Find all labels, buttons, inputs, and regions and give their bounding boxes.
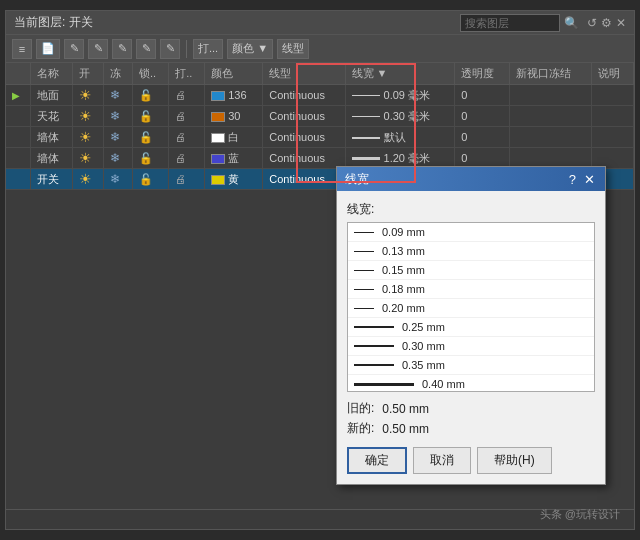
row-desc [591,85,633,106]
row-desc [591,106,633,127]
col-linewidth[interactable]: 线宽 ▼ [345,63,455,85]
row-name: 地面 [31,85,73,106]
refresh-icon[interactable]: ↺ [587,16,597,30]
row-name: 墙体 [31,127,73,148]
close-icon[interactable]: ✕ [616,16,626,30]
linewidth-item[interactable]: 0.15 mm [348,261,594,280]
row-color[interactable]: 黄 [205,169,263,190]
table-row[interactable]: 墙体 ☀ ❄ 🔓 🖨 白 Continuous 默认 0 [6,127,634,148]
search-input[interactable] [460,14,560,32]
row-on[interactable]: ☀ [73,106,104,127]
row-freeze[interactable]: ❄ [104,148,133,169]
table-row[interactable]: ▶ 地面 ☀ ❄ 🔓 🖨 136 Continuous 0.09 毫米 0 [6,85,634,106]
row-color[interactable]: 136 [205,85,263,106]
help-button[interactable]: 帮助(H) [477,447,552,474]
ok-button[interactable]: 确定 [347,447,407,474]
edit-btn5[interactable]: ✎ [160,39,180,59]
lw-label: 0.13 mm [382,245,425,257]
row-linetype[interactable]: Continuous [263,148,345,169]
row-on[interactable]: ☀ [73,127,104,148]
row-on[interactable]: ☀ [73,85,104,106]
row-print[interactable]: 🖨 [169,106,205,127]
table-row[interactable]: 天花 ☀ ❄ 🔓 🖨 30 Continuous 0.30 毫米 0 [6,106,634,127]
row-lock[interactable]: 🔓 [133,169,169,190]
row-lock[interactable]: 🔓 [133,85,169,106]
row-freeze[interactable]: ❄ [104,127,133,148]
edit-btn4[interactable]: ✎ [136,39,156,59]
col-freeze: 冻 [104,63,133,85]
menu-btn[interactable]: ≡ [12,39,32,59]
dialog-title-text: 线宽 [345,171,369,188]
edit-btn2[interactable]: ✎ [88,39,108,59]
edit-btn1[interactable]: ✎ [64,39,84,59]
dialog-info: 旧的: 0.50 mm 新的: 0.50 mm [347,400,595,437]
window-title: 当前图层: 开关 [14,14,93,31]
lw-label: 0.20 mm [382,302,425,314]
linewidth-item[interactable]: 0.40 mm [348,375,594,392]
col-lock: 锁.. [133,63,169,85]
old-value: 0.50 mm [382,402,429,416]
row-linewidth[interactable]: 默认 [345,127,455,148]
row-linetype[interactable]: Continuous [263,85,345,106]
search-icon[interactable]: 🔍 [564,16,579,30]
row-vp [510,85,592,106]
row-vp [510,127,592,148]
row-status: ▶ [6,85,31,106]
row-color[interactable]: 蓝 [205,148,263,169]
color-btn[interactable]: 颜色 ▼ [227,39,273,59]
row-freeze[interactable]: ❄ [104,106,133,127]
row-lock[interactable]: 🔓 [133,127,169,148]
row-print[interactable]: 🖨 [169,169,205,190]
settings-icon[interactable]: ⚙ [601,16,612,30]
row-on[interactable]: ☀ [73,169,104,190]
linewidth-item[interactable]: 0.25 mm [348,318,594,337]
row-lock[interactable]: 🔓 [133,148,169,169]
row-name: 开关 [31,169,73,190]
lw-label: 0.25 mm [402,321,445,333]
linewidth-item[interactable]: 0.13 mm [348,242,594,261]
row-freeze[interactable]: ❄ [104,85,133,106]
col-name[interactable]: 名称 [31,63,73,85]
cancel-button[interactable]: 取消 [413,447,471,474]
row-freeze[interactable]: ❄ [104,169,133,190]
lw-label: 0.30 mm [402,340,445,352]
col-vp: 新视口冻结 [510,63,592,85]
title-bar: 当前图层: 开关 🔍 ↺ ⚙ ✕ [6,11,634,35]
row-on[interactable]: ☀ [73,148,104,169]
watermark: 头条 @玩转设计 [540,507,620,522]
print-btn[interactable]: 打... [193,39,223,59]
row-color[interactable]: 白 [205,127,263,148]
col-desc: 说明 [591,63,633,85]
linewidth-item[interactable]: 0.30 mm [348,337,594,356]
old-value-row: 旧的: 0.50 mm [347,400,595,417]
dialog-close-btn[interactable]: ✕ [582,173,597,186]
row-print[interactable]: 🖨 [169,127,205,148]
row-linetype[interactable]: Continuous [263,127,345,148]
row-linewidth[interactable]: 0.30 毫米 [345,106,455,127]
toolbar: ≡ 📄 ✎ ✎ ✎ ✎ ✎ 打... 颜色 ▼ 线型 [6,35,634,63]
edit-btn3[interactable]: ✎ [112,39,132,59]
linetype-btn[interactable]: 线型 [277,39,309,59]
row-color[interactable]: 30 [205,106,263,127]
row-lock[interactable]: 🔓 [133,106,169,127]
row-transparency: 0 [455,127,510,148]
row-desc [591,127,633,148]
linewidth-item[interactable]: 0.09 mm [348,223,594,242]
linewidth-item[interactable]: 0.20 mm [348,299,594,318]
row-name: 墙体 [31,148,73,169]
dialog-help-btn[interactable]: ? [567,173,578,186]
dialog-body: 线宽: 0.09 mm 0.13 mm 0.15 mm 0.18 mm 0.20… [337,191,605,484]
linewidth-item[interactable]: 0.18 mm [348,280,594,299]
row-print[interactable]: 🖨 [169,85,205,106]
row-print[interactable]: 🖨 [169,148,205,169]
lw-label: 0.40 mm [422,378,465,390]
linewidth-list[interactable]: 0.09 mm 0.13 mm 0.15 mm 0.18 mm 0.20 mm … [347,222,595,392]
linewidth-item[interactable]: 0.35 mm [348,356,594,375]
col-status [6,63,31,85]
row-linetype[interactable]: Continuous [263,106,345,127]
row-status [6,148,31,169]
row-linewidth[interactable]: 0.09 毫米 [345,85,455,106]
new-layer-btn[interactable]: 📄 [36,39,60,59]
row-linetype[interactable]: Continuous [263,169,345,190]
row-status [6,106,31,127]
